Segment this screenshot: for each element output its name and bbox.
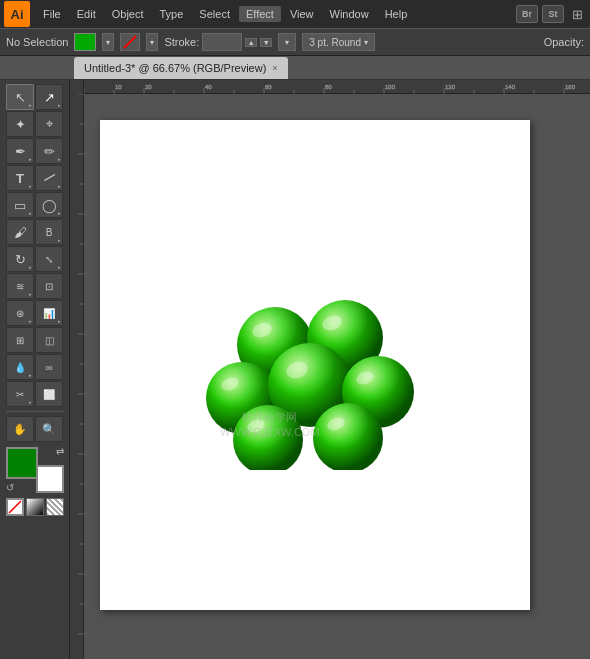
menu-help[interactable]: Help <box>378 6 415 22</box>
zoom-tool[interactable]: 🔍 <box>35 416 63 442</box>
title-bar-right: Br St ⊞ <box>516 5 586 23</box>
tool-row-6: 🖌 B ▸ <box>6 219 63 245</box>
svg-text:20: 20 <box>145 84 152 90</box>
symbol-sprayer-tool[interactable]: ⊛ ▸ <box>6 300 34 326</box>
tool-row-9: ⊛ ▸ 📊 ▸ <box>6 300 63 326</box>
svg-line-0 <box>124 36 136 48</box>
lasso-tool[interactable]: ⌖ <box>35 111 63 137</box>
lasso-icon: ⌖ <box>46 116 53 132</box>
rotate-icon: ↻ <box>15 252 26 267</box>
options-bar: No Selection ▾ ▾ Stroke: ▲ ▼ 3 pt. Round… <box>0 28 590 56</box>
selection-label: No Selection <box>6 36 68 48</box>
eyedropper-icon: 💧 <box>14 362 26 373</box>
corner-arrow: ▸ <box>29 399 32 405</box>
gradient-tool[interactable]: ◫ <box>35 327 63 353</box>
stroke-up-btn[interactable]: ▲ <box>245 38 257 47</box>
swap-colors-btn[interactable]: ⇄ <box>56 447 64 457</box>
stroke-label: Stroke: <box>164 36 199 48</box>
ellipse-tool[interactable]: ◯ ▸ <box>35 192 63 218</box>
line-tool[interactable]: / ▸ <box>35 165 63 191</box>
blob-brush-icon: B <box>46 227 53 238</box>
svg-line-1 <box>9 501 21 513</box>
small-icons-row <box>6 498 64 516</box>
foreground-color[interactable] <box>6 447 38 479</box>
stroke-value-box[interactable] <box>202 33 242 51</box>
corner-arrow: ▸ <box>29 291 32 297</box>
workspace-icon[interactable]: ⊞ <box>568 5 586 23</box>
corner-arrow: ▸ <box>29 210 32 216</box>
artboard <box>100 120 530 610</box>
tool-row-4: T ▸ / ▸ <box>6 165 63 191</box>
menu-object[interactable]: Object <box>105 6 151 22</box>
app-logo: Ai <box>4 1 30 27</box>
scissors-icon: ✂ <box>16 389 24 400</box>
opacity-label: Opacity: <box>544 36 584 48</box>
stroke-style-dropdown[interactable] <box>278 33 296 51</box>
mesh-icon: ⊞ <box>16 335 24 346</box>
bridge-badge[interactable]: Br <box>516 5 538 23</box>
ruler-top: 10 20 40 60 80 100 120 140 <box>70 80 590 94</box>
blend-tool[interactable]: ∞ <box>35 354 63 380</box>
stroke-color-arrow[interactable]: ▾ <box>146 33 158 51</box>
stroke-size-dropdown[interactable]: 3 pt. Round <box>302 33 375 51</box>
fill-color-swatch[interactable] <box>74 33 96 51</box>
pencil-icon: ✏ <box>44 144 55 159</box>
corner-arrow: ▸ <box>29 264 32 270</box>
hand-icon: ✋ <box>13 423 27 436</box>
hand-tool[interactable]: ✋ <box>6 416 34 442</box>
stroke-down-btn[interactable]: ▼ <box>260 38 272 47</box>
stroke-icon[interactable] <box>120 33 140 51</box>
pen-tool[interactable]: ✒ ▸ <box>6 138 34 164</box>
ellipse-icon: ◯ <box>42 198 57 213</box>
corner-arrow: ▸ <box>58 156 61 162</box>
rectangle-tool[interactable]: ▭ ▸ <box>6 192 34 218</box>
corner-arrow: ▸ <box>58 264 61 270</box>
selection-tool[interactable]: ↖ ▸ <box>6 84 34 110</box>
rectangle-icon: ▭ <box>14 198 26 213</box>
svg-text:160: 160 <box>565 84 576 90</box>
eyedropper-tool[interactable]: 💧 ▸ <box>6 354 34 380</box>
column-graph-tool[interactable]: 📊 ▸ <box>35 300 63 326</box>
tool-row-10: ⊞ ◫ <box>6 327 63 353</box>
corner-arrow: ▸ <box>29 156 32 162</box>
document-tab[interactable]: Untitled-3* @ 66.67% (RGB/Preview) × <box>74 57 288 79</box>
pencil-tool[interactable]: ✏ ▸ <box>35 138 63 164</box>
menu-effect[interactable]: Effect <box>239 6 281 22</box>
corner-arrow: ▸ <box>58 237 61 243</box>
selection-icon: ↖ <box>15 90 26 105</box>
warp-tool[interactable]: ≋ ▸ <box>6 273 34 299</box>
menu-view[interactable]: View <box>283 6 321 22</box>
stroke-controls: Stroke: ▲ ▼ <box>164 33 272 51</box>
menu-file[interactable]: File <box>36 6 68 22</box>
reset-colors-btn[interactable]: ↺ <box>6 482 14 493</box>
none-fill-btn[interactable] <box>6 498 24 516</box>
tool-separator <box>6 411 64 412</box>
mesh-tool[interactable]: ⊞ <box>6 327 34 353</box>
direct-selection-tool[interactable]: ↗ ▸ <box>35 84 63 110</box>
type-tool[interactable]: T ▸ <box>6 165 34 191</box>
corner-arrow: ▸ <box>29 183 32 189</box>
corner-arrow: ▸ <box>58 318 61 324</box>
corner-arrow: ▸ <box>29 318 32 324</box>
artboard-tool[interactable]: ⬜ <box>35 381 63 407</box>
pattern-fill-btn[interactable] <box>46 498 64 516</box>
canvas-area: 10 20 40 60 80 100 120 140 <box>70 80 590 659</box>
menu-select[interactable]: Select <box>192 6 237 22</box>
paintbrush-tool[interactable]: 🖌 <box>6 219 34 245</box>
stock-badge[interactable]: St <box>542 5 564 23</box>
menu-edit[interactable]: Edit <box>70 6 103 22</box>
menu-type[interactable]: Type <box>153 6 191 22</box>
scissors-tool[interactable]: ✂ ▸ <box>6 381 34 407</box>
fill-arrow[interactable]: ▾ <box>102 33 114 51</box>
scale-tool[interactable]: ⤡ ▸ <box>35 246 63 272</box>
blob-brush-tool[interactable]: B ▸ <box>35 219 63 245</box>
magic-wand-tool[interactable]: ✦ <box>6 111 34 137</box>
menu-window[interactable]: Window <box>323 6 376 22</box>
tab-close-btn[interactable]: × <box>272 63 277 73</box>
svg-point-61 <box>313 403 383 470</box>
rotate-tool[interactable]: ↻ ▸ <box>6 246 34 272</box>
background-color[interactable] <box>36 465 64 493</box>
zoom-icon: 🔍 <box>42 423 56 436</box>
gradient-fill-btn[interactable] <box>26 498 44 516</box>
free-transform-tool[interactable]: ⊡ <box>35 273 63 299</box>
